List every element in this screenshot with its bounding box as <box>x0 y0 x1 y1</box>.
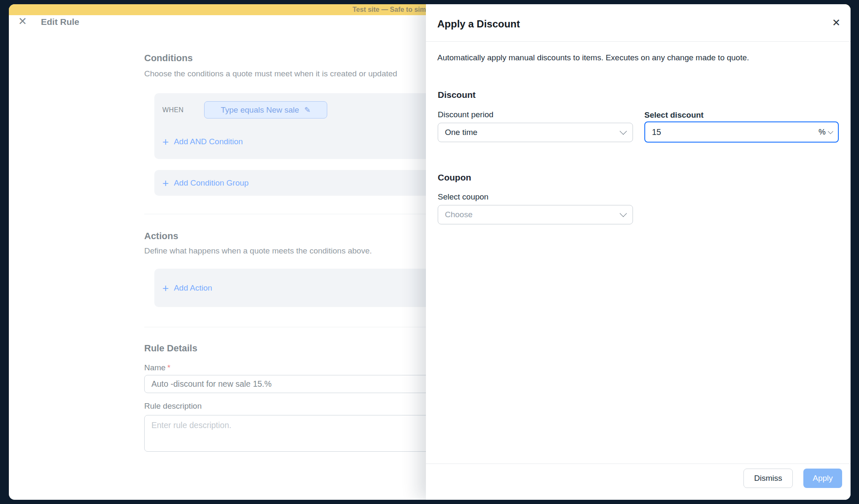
coupon-select[interactable]: Choose <box>438 205 633 224</box>
chevron-down-icon <box>620 128 627 135</box>
drawer-footer-divider <box>426 464 851 464</box>
discount-period-select[interactable]: One time <box>438 123 633 142</box>
coupon-placeholder: Choose <box>445 210 473 219</box>
drawer-description: Automatically apply manual discounts to … <box>437 53 749 62</box>
chevron-down-icon <box>620 210 627 217</box>
drawer-header-divider <box>426 41 851 42</box>
discount-value: 15 <box>652 127 661 137</box>
discount-section-title: Discount <box>438 90 476 100</box>
apply-discount-drawer: Apply a Discount ✕ Automatically apply m… <box>426 4 851 500</box>
dismiss-button[interactable]: Dismiss <box>743 469 793 488</box>
chevron-down-icon <box>828 129 833 134</box>
drawer-title: Apply a Discount <box>437 18 520 30</box>
select-coupon-label: Select coupon <box>438 192 488 202</box>
apply-button[interactable]: Apply <box>803 469 842 488</box>
discount-unit-label: % <box>819 127 826 137</box>
discount-period-value: One time <box>445 128 477 137</box>
close-icon[interactable]: ✕ <box>832 18 840 28</box>
discount-value-input[interactable]: 15 % <box>644 121 839 143</box>
app-window: Test site — Safe to simu ✕ Edit Rule Con… <box>9 4 851 500</box>
select-discount-label: Select discount <box>644 111 703 120</box>
discount-unit-selector[interactable]: % <box>819 127 832 137</box>
discount-period-label: Discount period <box>438 110 493 119</box>
coupon-section-title: Coupon <box>438 172 471 183</box>
